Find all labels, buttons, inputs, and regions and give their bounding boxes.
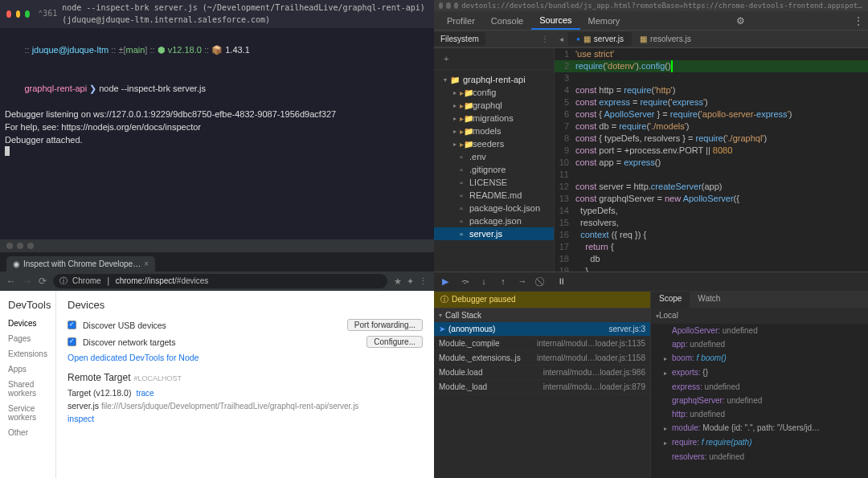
pause-exceptions-icon[interactable]: ⏸ <box>553 273 569 289</box>
scope-variable[interactable]: ▸module: Module {id: ".", path: "/Users/… <box>651 421 868 435</box>
scope-variable[interactable]: ApolloServer: undefined <box>651 324 868 337</box>
scopetab-scope[interactable]: Scope <box>651 292 690 308</box>
callstack-header[interactable]: ▾Call Stack <box>434 308 650 322</box>
sidetab-filesystem[interactable]: Filesystem <box>434 32 485 46</box>
window-controls <box>0 239 434 252</box>
close-icon[interactable] <box>6 10 11 18</box>
callstack: ➤(anonymous)server.js:3Module._compilein… <box>434 322 650 479</box>
debugger-controls: ▶ ⤼ ↓ ↑ → ⃠ ⏸ <box>434 272 868 291</box>
scope-variable[interactable]: ▸exports: {} <box>651 366 868 380</box>
file-icon: ▫ <box>457 165 466 174</box>
tree-item[interactable]: ▫LICENSE <box>434 176 554 189</box>
tree-item[interactable]: ▫README.md <box>434 189 554 202</box>
scope-variable[interactable]: ▸boom: f boom() <box>651 351 868 366</box>
minimize-icon[interactable] <box>17 243 23 249</box>
scopetab-watch[interactable]: Watch <box>690 292 728 308</box>
sidebar-item-service-workers[interactable]: Service workers <box>0 401 55 425</box>
file-icon: ▫ <box>457 204 466 213</box>
folder-icon: ▸📁 <box>460 140 469 149</box>
tab-profiler[interactable]: Profiler <box>439 13 483 29</box>
step-icon[interactable]: → <box>514 273 530 289</box>
maximize-icon[interactable] <box>454 2 458 9</box>
inspect-main: Devices Discover USB devices Port forwar… <box>56 291 434 478</box>
tree-item[interactable]: ▸▸📁migrations <box>434 112 554 125</box>
settings-icon[interactable]: ⚙ <box>736 15 745 27</box>
dedicated-devtools-link[interactable]: Open dedicated DevTools for Node <box>68 353 199 362</box>
target-path: file:///Users/jduque/Development/Trailhe… <box>101 402 358 411</box>
url-field[interactable]: ⓘ Chrome | chrome://inspect/#devices <box>53 274 387 288</box>
tab-prev-icon[interactable]: ◂ <box>555 35 568 43</box>
scope-variable[interactable]: ▸require: f require(path) <box>651 435 868 450</box>
sidebar-item-shared-workers[interactable]: Shared workers <box>0 377 55 401</box>
scope-variable[interactable]: express: undefined <box>651 380 868 394</box>
tree-item[interactable]: ▫package-lock.json <box>434 202 554 214</box>
tab-sources[interactable]: Sources <box>531 12 579 30</box>
globe-icon: ◉ <box>13 259 20 268</box>
terminal-body[interactable]: :: jduque@jduque-ltm :: ±[main] :: ⬢ v12… <box>0 28 434 163</box>
devtools-window: devtools://devtools/bundled/js_app.html?… <box>434 0 868 478</box>
sidebar-item-apps[interactable]: Apps <box>0 362 55 377</box>
scope-header[interactable]: ▾Local <box>651 308 868 324</box>
tree-item[interactable]: ▸▸📁graphql <box>434 99 554 112</box>
tab-console[interactable]: Console <box>483 13 531 29</box>
resume-icon[interactable]: ▶ <box>437 273 453 289</box>
filetab-server-js[interactable]: ●▦server.js <box>568 32 632 46</box>
tree-root[interactable]: ▾📁graphql-rent-api <box>434 73 554 86</box>
prompt-branch: main <box>126 45 145 55</box>
sidebar-item-other[interactable]: Other <box>0 425 55 440</box>
tree-item[interactable]: ▫.env <box>434 150 554 163</box>
sidebar-item-extensions[interactable]: Extensions <box>0 346 55 362</box>
add-folder-icon[interactable]: + <box>439 51 453 66</box>
tree-item[interactable]: ▫package.json <box>434 214 554 227</box>
menu-icon[interactable]: ⋮ <box>854 15 863 27</box>
overflow-icon[interactable]: ⋮ <box>536 32 554 46</box>
prompt-nodever: v12.18.0 <box>168 45 202 55</box>
trace-link[interactable]: trace <box>136 389 154 398</box>
usb-checkbox[interactable] <box>68 321 76 329</box>
deactivate-breakpoints-icon[interactable]: ⃠ <box>534 273 550 289</box>
tree-item[interactable]: ▸▸📁config <box>434 86 554 99</box>
scope-variable[interactable]: app: undefined <box>651 337 868 351</box>
stack-frame[interactable]: Module._loadinternal/modu…loader.js:879 <box>434 380 650 394</box>
tree-item[interactable]: ▸▸📁models <box>434 125 554 137</box>
maximize-icon[interactable] <box>27 243 34 249</box>
browser-tab[interactable]: ◉ Inspect with Chrome Develope… × <box>6 256 155 272</box>
sidebar-item-pages[interactable]: Pages <box>0 331 55 346</box>
stack-frame[interactable]: Module._compileinternal/modul…loader.js:… <box>434 337 650 351</box>
scope-variable[interactable]: resolvers: undefined <box>651 450 868 464</box>
close-icon[interactable] <box>439 2 443 9</box>
stack-frame[interactable]: Module.loadinternal/modu…loader.js:986 <box>434 366 650 380</box>
network-targets-checkbox[interactable] <box>68 337 76 346</box>
stack-frame[interactable]: ➤(anonymous)server.js:3 <box>434 322 650 337</box>
forward-icon[interactable]: → <box>23 276 32 287</box>
tree-item[interactable]: ▸▸📁seeders <box>434 137 554 150</box>
tree-item[interactable]: ▫.gitignore <box>434 163 554 176</box>
sidebar-item-devices[interactable]: Devices <box>0 316 55 331</box>
scope-variable[interactable]: http: undefined <box>651 407 868 421</box>
stack-frame[interactable]: Module._extensions..jsinternal/modul…loa… <box>434 351 650 366</box>
inspect-link[interactable]: inspect <box>68 414 94 423</box>
minimize-icon[interactable] <box>446 2 450 9</box>
file-icon: ▫ <box>457 230 466 239</box>
extension-icon[interactable]: ★ <box>394 276 402 287</box>
prompt-npmver: 1.43.1 <box>225 45 250 55</box>
step-into-icon[interactable]: ↓ <box>476 273 492 289</box>
filetab-resolvers-js[interactable]: ▦resolvers.js <box>632 32 699 46</box>
reload-icon[interactable]: ⟳ <box>39 276 47 287</box>
configure-button[interactable]: Configure... <box>366 336 423 348</box>
scope-panel: ▾LocalApolloServer: undefinedapp: undefi… <box>651 308 868 479</box>
step-out-icon[interactable]: ↑ <box>495 273 511 289</box>
close-icon[interactable] <box>6 243 13 249</box>
minimize-icon[interactable] <box>16 10 21 18</box>
paused-banner: ⓘDebugger paused <box>434 292 650 308</box>
step-over-icon[interactable]: ⤼ <box>457 273 473 289</box>
menu-icon[interactable]: ⋮ <box>419 276 428 287</box>
maximize-icon[interactable] <box>25 10 30 18</box>
port-forwarding-button[interactable]: Port forwarding... <box>347 319 423 331</box>
tab-memory[interactable]: Memory <box>580 13 628 29</box>
scope-variable[interactable]: graphqlServer: undefined <box>651 394 868 407</box>
extension-icon[interactable]: ✦ <box>407 276 414 287</box>
back-icon[interactable]: ← <box>6 276 16 287</box>
close-tab-icon[interactable]: × <box>144 259 149 268</box>
tree-item[interactable]: ▫server.js <box>434 227 554 240</box>
